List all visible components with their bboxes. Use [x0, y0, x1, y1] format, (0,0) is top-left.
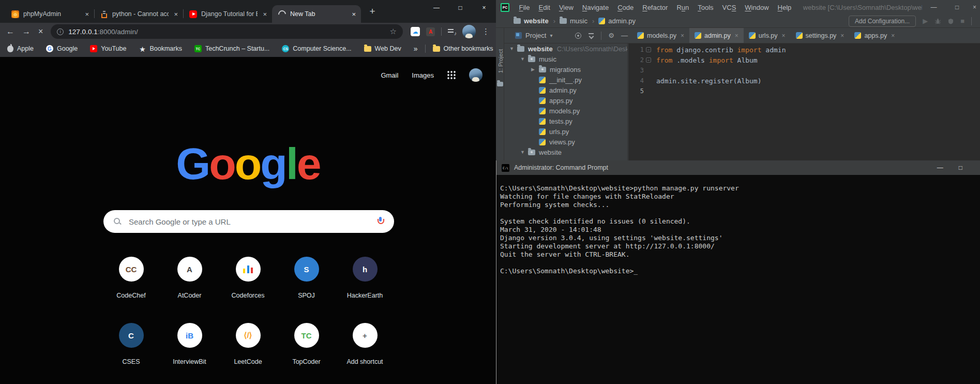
- tab-close-icon[interactable]: ×: [839, 32, 844, 39]
- code-editor[interactable]: 1 from django.contrib import admin 2 fro…: [628, 43, 980, 160]
- browser-menu-kebab-icon[interactable]: ⋮: [482, 27, 490, 36]
- tree-item[interactable]: ▼ website: [504, 147, 627, 157]
- editor-tab[interactable]: models.py ×: [632, 28, 689, 43]
- close-button[interactable]: ×: [969, 4, 980, 11]
- bookmark-item[interactable]: YouTube: [90, 45, 126, 52]
- shortcut-tile[interactable]: iB InterviewBit: [160, 318, 219, 384]
- maximize-button[interactable]: □: [945, 4, 969, 11]
- tab-close-icon[interactable]: ×: [84, 10, 90, 18]
- bookmark-item[interactable]: Apple: [7, 45, 34, 52]
- add-configuration-button[interactable]: Add Configuration...: [849, 16, 916, 27]
- bookmark-item[interactable]: Computer Science...: [282, 45, 351, 52]
- editor-tab[interactable]: admin.py ×: [689, 28, 744, 43]
- google-apps-grid-icon[interactable]: [447, 71, 456, 79]
- menu-item[interactable]: Navigate: [578, 4, 613, 11]
- tree-item[interactable]: views.py: [504, 137, 627, 147]
- gear-icon[interactable]: ⚙: [608, 32, 614, 39]
- menu-item[interactable]: VCS: [718, 4, 741, 11]
- bookmark-star-icon[interactable]: ☆: [390, 27, 397, 36]
- maximize-button[interactable]: □: [448, 0, 472, 16]
- project-tool-button[interactable]: 1: Project: [497, 43, 504, 79]
- bookmark-item[interactable]: Bookmarks: [139, 45, 182, 52]
- tab-close-icon[interactable]: ×: [781, 32, 786, 39]
- fold-marker-icon[interactable]: [644, 47, 653, 52]
- breadcrumb-item[interactable]: › admin.py: [591, 17, 636, 25]
- collapse-all-icon[interactable]: [588, 33, 594, 38]
- images-link[interactable]: Images: [412, 71, 434, 79]
- browser-tab[interactable]: phpMyAdmin ×: [5, 5, 94, 23]
- tab-close-icon[interactable]: ×: [262, 10, 268, 18]
- tree-item[interactable]: ▶ migrations: [504, 64, 627, 75]
- voice-search-mic-icon[interactable]: [376, 217, 384, 227]
- breadcrumb-item[interactable]: website: [508, 17, 549, 25]
- editor-tab[interactable]: settings.py ×: [791, 28, 850, 43]
- editor-tab[interactable]: apps.py ×: [849, 28, 900, 43]
- stop-button[interactable]: ×: [38, 27, 43, 36]
- forward-button[interactable]: →: [22, 27, 31, 36]
- close-button[interactable]: ×: [472, 0, 496, 16]
- coverage-shield-icon[interactable]: [948, 18, 954, 24]
- editor-tab[interactable]: urls.py ×: [744, 28, 791, 43]
- tree-item[interactable]: admin.py: [504, 85, 627, 95]
- search-input[interactable]: [128, 217, 370, 227]
- tree-item[interactable]: tests.py: [504, 116, 627, 126]
- tab-close-icon[interactable]: ×: [173, 10, 179, 18]
- address-bar[interactable]: 127.0.0.1:8000/admin/ ☆: [51, 24, 403, 39]
- stop-button[interactable]: ■: [960, 17, 964, 25]
- expand-arrow-icon[interactable]: ▼: [520, 56, 528, 62]
- terminal-output[interactable]: C:\Users\Somnath\Desktop\website>python …: [496, 175, 980, 275]
- bookmarks-overflow-icon[interactable]: »: [414, 45, 418, 53]
- fold-marker-icon[interactable]: [644, 57, 653, 63]
- expand-arrow-icon[interactable]: ▶: [531, 67, 539, 72]
- menu-item[interactable]: Edit: [534, 4, 554, 11]
- shortcut-tile[interactable]: C CSES: [102, 318, 160, 384]
- tree-item[interactable]: models.py: [504, 106, 627, 116]
- browser-tab[interactable]: Django Tutorial for Be ×: [183, 5, 272, 23]
- shortcut-tile[interactable]: Codeforces: [219, 252, 277, 318]
- tree-item[interactable]: ▼ website C:\Users\Somnath\Desktop: [504, 43, 627, 54]
- adobe-acrobat-extension-icon[interactable]: [426, 27, 435, 36]
- menu-item[interactable]: Code: [613, 4, 638, 11]
- tab-close-icon[interactable]: ×: [734, 32, 738, 39]
- browser-tab[interactable]: python - Cannot acces ×: [94, 5, 183, 23]
- menu-item[interactable]: Tools: [693, 4, 718, 11]
- tab-close-icon[interactable]: ×: [351, 10, 357, 18]
- shortcut-tile[interactable]: h HackerEarth: [336, 252, 394, 318]
- tree-item[interactable]: ▼ music: [504, 54, 627, 64]
- tab-close-icon[interactable]: ×: [890, 32, 895, 39]
- tab-close-icon[interactable]: ×: [680, 32, 684, 39]
- shortcut-tile[interactable]: + Add shortcut: [336, 318, 394, 384]
- menu-item[interactable]: Window: [741, 4, 773, 11]
- project-panel-header[interactable]: Project ▾ ⚙ —: [504, 28, 632, 43]
- menu-item[interactable]: File: [515, 4, 534, 11]
- menu-item[interactable]: Help: [773, 4, 796, 11]
- bookmark-item[interactable]: TechCrunch – Startu...: [194, 45, 269, 52]
- minimize-button[interactable]: —: [937, 164, 943, 171]
- shortcut-tile[interactable]: S SPOJ: [277, 252, 336, 318]
- breadcrumb-item[interactable]: › music: [552, 17, 587, 25]
- profile-avatar[interactable]: [462, 25, 476, 38]
- site-info-icon[interactable]: [57, 28, 64, 35]
- shortcut-tile[interactable]: TC TopCoder: [277, 318, 336, 384]
- tree-item[interactable]: apps.py: [504, 95, 627, 106]
- google-account-avatar[interactable]: [469, 68, 483, 82]
- back-button[interactable]: ←: [6, 27, 14, 36]
- shortcut-tile[interactable]: CC CodeChef: [102, 252, 160, 318]
- menu-item[interactable]: Refactor: [638, 4, 672, 11]
- debug-bug-icon[interactable]: [934, 18, 941, 24]
- browser-tab[interactable]: New Tab ×: [272, 5, 361, 23]
- gmail-link[interactable]: Gmail: [381, 71, 398, 79]
- minimize-button[interactable]: —: [922, 4, 945, 11]
- locate-file-icon[interactable]: [575, 33, 581, 39]
- expand-arrow-icon[interactable]: ▼: [509, 46, 517, 51]
- other-bookmarks-folder[interactable]: Other bookmarks: [433, 45, 493, 52]
- hide-panel-icon[interactable]: —: [621, 32, 628, 39]
- icloud-extension-icon[interactable]: [411, 27, 420, 36]
- minimize-button[interactable]: —: [425, 0, 448, 16]
- tree-item[interactable]: urls.py: [504, 126, 627, 137]
- shortcut-tile[interactable]: ⟨/⟩ LeetCode: [219, 318, 277, 384]
- bookmark-item[interactable]: Google: [46, 45, 78, 52]
- chevron-down-icon[interactable]: ▾: [550, 33, 552, 38]
- playlist-icon[interactable]: [448, 28, 456, 35]
- maximize-button[interactable]: □: [959, 164, 962, 171]
